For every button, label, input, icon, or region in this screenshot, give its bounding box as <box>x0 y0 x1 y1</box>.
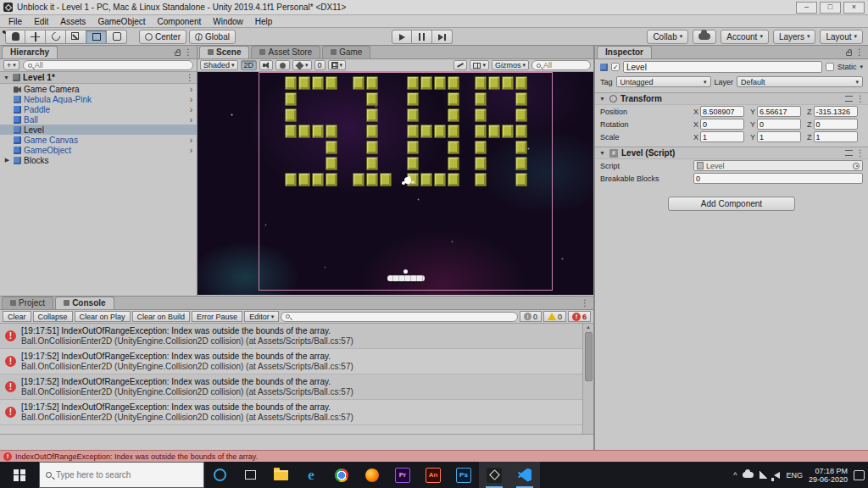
console-search[interactable] <box>281 312 518 322</box>
level-script-component-header[interactable]: ▼ # Level (Script) ⋮ <box>595 147 868 159</box>
game-block[interactable] <box>407 76 419 90</box>
scene-viewport[interactable] <box>198 72 593 295</box>
game-block[interactable] <box>502 125 514 138</box>
paddle[interactable] <box>387 275 425 281</box>
clear-on-play-button[interactable]: Clear on Play <box>75 311 131 322</box>
object-picker-icon[interactable] <box>853 163 860 169</box>
game-block[interactable] <box>502 76 514 90</box>
component-menu-icon[interactable]: ⋮ <box>856 95 865 103</box>
hierarchy-item-blocks[interactable]: ▶Blocks <box>0 155 197 165</box>
game-block[interactable] <box>366 76 378 90</box>
game-block[interactable] <box>475 141 487 154</box>
tab-hierarchy[interactable]: Hierarchy <box>2 46 58 58</box>
effects-count-field[interactable]: 0 <box>314 60 326 70</box>
clear-on-build-button[interactable]: Clear on Build <box>132 311 191 322</box>
position-x-field[interactable]: 8.508907 <box>700 106 744 117</box>
clear-button[interactable]: Clear <box>3 311 31 322</box>
cloud-button[interactable] <box>693 30 716 44</box>
game-block[interactable] <box>298 76 310 90</box>
foldout-open-icon[interactable]: ▼ <box>3 75 10 80</box>
prefab-open-arrow[interactable]: › <box>190 105 192 114</box>
action-center-icon[interactable] <box>854 470 865 480</box>
game-block[interactable] <box>420 76 432 90</box>
rect-tool-button[interactable] <box>86 30 107 44</box>
preset-icon[interactable] <box>845 96 853 102</box>
game-block[interactable] <box>434 125 446 138</box>
console-scrollbar[interactable]: ▲ <box>582 324 593 434</box>
hierarchy-item-gameobject[interactable]: GameObject› <box>0 145 197 155</box>
scale-tool-button[interactable] <box>66 30 86 44</box>
static-checkbox[interactable] <box>826 63 834 71</box>
collapse-button[interactable]: Collapse <box>33 311 73 322</box>
taskbar-app-chrome[interactable] <box>326 462 357 488</box>
draw-mode-dropdown[interactable]: Shaded ▾ <box>200 60 238 70</box>
game-block[interactable] <box>448 157 459 170</box>
preset-icon[interactable] <box>845 150 853 156</box>
hierarchy-search-input[interactable] <box>35 61 188 69</box>
taskbar-app-premiere[interactable] <box>387 462 418 488</box>
close-button[interactable]: × <box>843 2 865 14</box>
game-block[interactable] <box>407 125 419 138</box>
tab-asset-store[interactable]: Asset Store <box>251 46 320 58</box>
rotation-x-field[interactable]: 0 <box>700 119 744 130</box>
scene-search[interactable] <box>531 60 591 70</box>
hierarchy-item-nebula-aqua-pink[interactable]: Nebula Aqua-Pink› <box>0 94 197 104</box>
error-pause-button[interactable]: Error Pause <box>192 311 242 322</box>
tab-inspector[interactable]: Inspector <box>597 46 652 58</box>
show-hidden-icons-button[interactable]: ^ <box>733 471 737 480</box>
maximize-button[interactable]: □ <box>820 2 841 14</box>
game-block[interactable] <box>488 76 500 90</box>
hierarchy-item-game-camera[interactable]: Game Camera› <box>0 84 197 94</box>
panel-menu-icon[interactable]: ⋮ <box>581 299 589 308</box>
hierarchy-item-level[interactable]: Level <box>0 125 197 135</box>
tab-project[interactable]: Project <box>2 297 53 309</box>
start-button[interactable] <box>0 462 39 488</box>
menu-window[interactable]: Window <box>208 16 248 27</box>
game-block[interactable] <box>475 76 487 90</box>
game-block[interactable] <box>515 125 527 138</box>
create-object-button[interactable]: + ▾ <box>3 60 19 70</box>
pivot-toggle-button[interactable]: Center <box>139 30 186 44</box>
game-block[interactable] <box>448 76 459 90</box>
game-block[interactable] <box>353 76 364 90</box>
2d-toggle-button[interactable]: 2D <box>241 60 258 70</box>
game-block[interactable] <box>475 173 487 186</box>
taskbar-app-file-explorer[interactable] <box>265 462 296 488</box>
rotation-y-field[interactable]: 0 <box>757 119 801 130</box>
game-block[interactable] <box>353 173 364 186</box>
game-block[interactable] <box>515 173 527 186</box>
layout-button[interactable]: Layout ▾ <box>820 30 863 44</box>
game-block[interactable] <box>407 157 419 170</box>
rotation-z-field[interactable]: 0 <box>814 119 858 130</box>
game-block[interactable] <box>298 125 310 138</box>
tab-scene[interactable]: Scene <box>199 46 249 58</box>
taskbar-app-vscode[interactable] <box>509 462 540 488</box>
game-block[interactable] <box>380 173 392 186</box>
scale-z-field[interactable]: 1 <box>814 131 858 142</box>
grid-dropdown[interactable]: ▾ <box>328 60 347 70</box>
game-block[interactable] <box>285 76 297 90</box>
game-block[interactable] <box>434 173 446 186</box>
camera-view-dropdown[interactable]: ▾ <box>470 60 489 70</box>
task-view-button[interactable] <box>235 462 265 488</box>
layer-dropdown[interactable]: Default ▾ <box>737 76 863 87</box>
lighting-toggle-button[interactable] <box>275 60 290 70</box>
taskbar-app-edge[interactable] <box>296 462 326 488</box>
info-count-badge[interactable]: i 0 <box>520 311 542 322</box>
breakable-blocks-field[interactable]: 0 <box>693 173 863 184</box>
hierarchy-item-game-canvas[interactable]: Game Canvas› <box>0 135 197 145</box>
foldout-closed-icon[interactable]: ▶ <box>3 157 11 164</box>
network-icon[interactable] <box>760 471 768 479</box>
game-block[interactable] <box>515 141 527 154</box>
game-block[interactable] <box>475 157 487 170</box>
game-block[interactable] <box>475 108 487 122</box>
game-block[interactable] <box>488 125 500 138</box>
game-block[interactable] <box>366 173 378 186</box>
position-z-field[interactable]: -315.1326 <box>814 106 858 117</box>
panel-menu-icon[interactable]: ⋮ <box>855 48 864 57</box>
menu-assets[interactable]: Assets <box>55 16 91 27</box>
minimize-button[interactable]: – <box>796 2 817 14</box>
lock-icon[interactable] <box>175 52 181 56</box>
transform-component-header[interactable]: ▼ Transform ⋮ <box>595 92 868 105</box>
game-block[interactable] <box>326 125 337 138</box>
